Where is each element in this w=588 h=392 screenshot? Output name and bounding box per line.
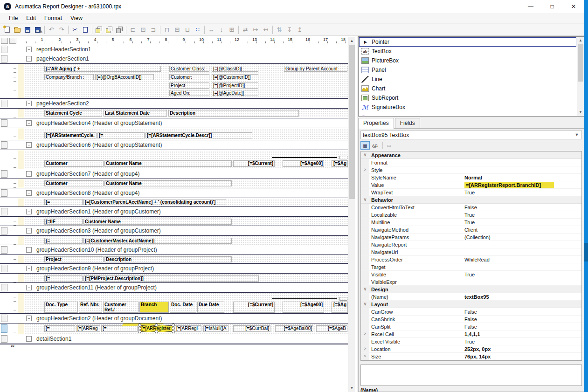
tab-properties[interactable]: Properties xyxy=(358,118,394,129)
property-row-name[interactable]: (Name)textBox95 xyxy=(361,293,581,301)
property-row-wraptext[interactable]: WrapTextTrue xyxy=(361,189,581,196)
property-value[interactable]: True xyxy=(464,190,581,195)
expander-icon[interactable]: > xyxy=(361,330,369,337)
property-category-layout[interactable]: ∨Layout xyxy=(361,301,581,308)
property-row-converthtmltotext[interactable]: ConvertHtmlToTextFalse xyxy=(361,204,581,211)
expander-icon[interactable]: > xyxy=(361,345,369,352)
design-surface[interactable]: [=IIF ($PrintConsolidatCustomer Name xyxy=(24,217,348,226)
group-icon[interactable] xyxy=(114,25,125,34)
same-height-icon[interactable]: ↕ xyxy=(216,25,227,34)
property-row-multiline[interactable]: MultilineTrue xyxy=(361,219,581,226)
section-header-groupHeaderSection6[interactable]: −groupHeaderSection6 (Header of groupSta… xyxy=(0,140,348,150)
selection-handle[interactable] xyxy=(172,330,175,333)
scroll-up-button[interactable]: ▲ xyxy=(577,37,584,44)
section-band-pageHeaderSection2[interactable]: Statement CycleLast Statement DateDescri… xyxy=(0,108,348,118)
report-textbox[interactable]: Customer Ref./ Orig. Ref. Nbr. xyxy=(103,302,138,313)
report-textbox[interactable]: [=[ARRegister. xyxy=(44,325,75,332)
open-icon[interactable] xyxy=(12,25,22,34)
report-textbox[interactable]: [=$Age00] xyxy=(283,302,324,313)
property-category-design[interactable]: ∨Design xyxy=(361,286,581,293)
section-selector-box[interactable] xyxy=(1,335,7,343)
minimize-button[interactable]: — xyxy=(520,0,541,13)
property-value[interactable]: (Collection) xyxy=(464,234,581,240)
save-edit-icon[interactable] xyxy=(33,25,43,34)
report-textbox[interactable]: [=$Ag xyxy=(332,302,348,313)
section-header-groupHeaderSection4[interactable]: −groupHeaderSection4 (Header of groupSta… xyxy=(0,118,348,128)
property-value[interactable]: True xyxy=(464,272,581,277)
align-tops-icon[interactable]: ⊓ xyxy=(162,25,172,34)
design-surface[interactable]: [='AR Aging (' +Customer Class:[=[@Class… xyxy=(24,64,348,98)
selection-handle[interactable] xyxy=(138,330,141,333)
property-row-navigatemethod[interactable]: NavigateMethodClient xyxy=(361,226,581,234)
property-row-visible[interactable]: VisibleTrue xyxy=(361,271,581,278)
report-textbox[interactable]: [=IsNull([A xyxy=(203,325,228,332)
report-textbox[interactable]: [=[ARRegi xyxy=(175,325,201,332)
edge-scrollbar-strip[interactable] xyxy=(584,0,588,392)
report-textbox[interactable]: Customer Class: xyxy=(169,66,209,72)
property-value[interactable]: =[ARRegisterReport.BranchID] xyxy=(464,182,581,188)
section-header-groupHeaderSection2[interactable]: −groupHeaderSection2 (Header of groupDoc… xyxy=(0,314,348,323)
align-middles-icon[interactable]: ⊟ xyxy=(172,25,182,34)
report-textbox[interactable]: [=[ARInvoice.ProjectI. xyxy=(44,275,83,282)
selection-handle[interactable] xyxy=(138,327,141,330)
toolbox-item-signaturebox[interactable]: SignatureBox xyxy=(359,103,576,112)
decrease-vspace-icon[interactable]: ↥ xyxy=(295,25,305,34)
design-surface[interactable]: Statement CycleLast Statement DateDescri… xyxy=(24,109,348,118)
section-band-groupHeaderSection8[interactable]: [=[CustomerParentAc[=[CustomerParent.Acc… xyxy=(0,198,348,207)
report-textbox[interactable]: Customer: xyxy=(169,74,209,80)
close-button[interactable]: ✕ xyxy=(563,0,584,13)
property-value[interactable]: 1,4,1,1 xyxy=(464,331,581,337)
property-value[interactable]: 252px, 0px xyxy=(464,346,581,352)
property-value[interactable]: False xyxy=(464,316,581,322)
categorized-icon[interactable] xyxy=(360,141,370,150)
expander-icon[interactable]: > xyxy=(361,353,369,360)
align-rights-icon[interactable]: ⊐ xyxy=(148,25,159,34)
cut-icon[interactable]: ✂ xyxy=(70,25,80,34)
property-row-canshrink[interactable]: CanShrinkFalse xyxy=(361,316,581,323)
scroll-down-button[interactable]: ▼ xyxy=(348,385,355,392)
size-to-grid-icon[interactable]: ∷ xyxy=(193,25,203,34)
collapse-icon[interactable]: − xyxy=(26,171,32,177)
selection-handle[interactable] xyxy=(172,327,175,330)
section-header-groupHeaderSection9[interactable]: −groupHeaderSection9 (Header of groupPro… xyxy=(0,264,348,273)
chevron-down-icon[interactable]: ∨ xyxy=(361,301,369,308)
line-element[interactable] xyxy=(272,157,337,158)
section-header-groupHeaderSection1[interactable]: −groupHeaderSection1 (Header of groupCus… xyxy=(0,207,348,216)
report-textbox[interactable]: [=$AgeB xyxy=(316,325,347,332)
collapse-icon[interactable]: − xyxy=(26,266,32,271)
menu-item-view[interactable]: View xyxy=(66,15,87,21)
increase-hspace-icon[interactable]: ↦ xyxy=(250,25,261,34)
collapse-icon[interactable]: − xyxy=(26,316,32,321)
object-selector-combo[interactable]: textBox95 TextBox ▼ xyxy=(360,131,582,139)
increase-vspace-icon[interactable]: ↧ xyxy=(284,25,295,34)
section-band-groupHeaderSection2[interactable]: [=[ARRegister.[=[ARReg[=[ARInvoice.Invoi… xyxy=(0,323,348,334)
design-surface[interactable]: CustomerCustomer Name xyxy=(24,179,348,188)
collapse-icon[interactable]: − xyxy=(26,190,32,196)
scroll-up-button[interactable]: ▲ xyxy=(348,37,355,45)
report-textbox[interactable]: [=[CustomerParentAc xyxy=(44,199,83,205)
collapse-icon[interactable]: − xyxy=(26,120,32,126)
report-textbox[interactable]: [=[@OrgBAccountID]] xyxy=(95,74,154,80)
property-row-location[interactable]: >Location252px, 0px xyxy=(361,345,581,353)
property-value[interactable]: False xyxy=(464,205,581,210)
report-textbox[interactable]: Last Statement Date xyxy=(104,110,167,117)
property-value[interactable]: Client xyxy=(464,227,581,233)
report-textbox[interactable]: Company/Branch : xyxy=(44,74,94,80)
report-textbox[interactable]: Doc. Type xyxy=(44,302,78,313)
design-surface[interactable]: ProjectDescription xyxy=(24,255,348,263)
design-surface[interactable]: [=[ARRegister.[=[ARReg[=[ARInvoice.Invoi… xyxy=(24,323,348,334)
section-selector-box[interactable] xyxy=(1,208,7,215)
property-value[interactable]: True xyxy=(464,339,581,344)
report-textbox[interactable]: [=$CurrBal] xyxy=(233,325,270,332)
collapse-icon[interactable]: − xyxy=(26,285,32,290)
property-value[interactable]: 76px, 14px xyxy=(464,354,581,359)
collapse-icon[interactable]: − xyxy=(26,209,32,214)
report-textbox[interactable]: [=[@AgeDate]] xyxy=(212,90,258,96)
property-category-behavior[interactable]: ∨Behavior xyxy=(361,196,581,204)
toolbox-item-panel[interactable]: Panel xyxy=(359,65,576,75)
report-textbox[interactable]: Description xyxy=(168,110,299,117)
property-row-localizable[interactable]: LocalizableTrue xyxy=(361,211,581,219)
property-row-excelvisible[interactable]: Excel VisibleTrue xyxy=(361,338,581,345)
section-selector-box[interactable] xyxy=(1,246,7,254)
toolbox-item-pointer[interactable]: Pointer xyxy=(359,37,576,47)
